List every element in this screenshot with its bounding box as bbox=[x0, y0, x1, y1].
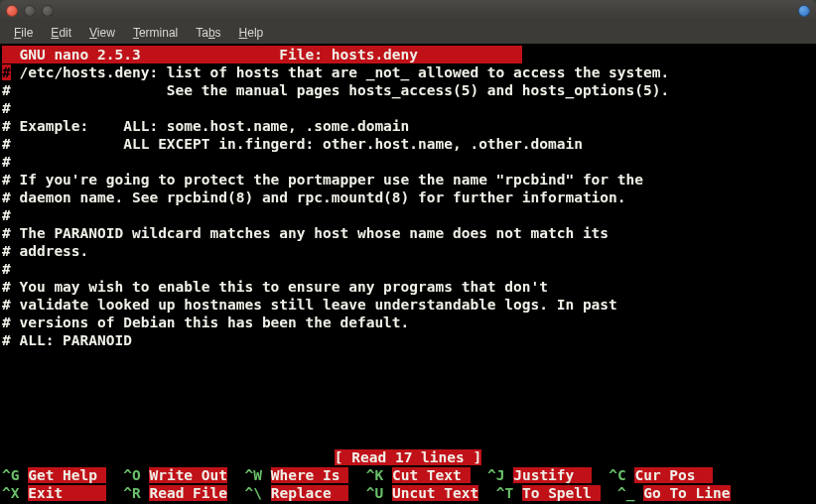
nano-version: GNU nano 2.5.3 bbox=[2, 46, 244, 63]
nano-shortcut-row-1: ^G Get Help ^O Write Out ^W Where Is ^K … bbox=[2, 466, 814, 484]
maximize-window-button[interactable] bbox=[42, 5, 54, 17]
menu-help[interactable]: Help bbox=[231, 24, 272, 42]
terminal-window: File Edit View Terminal Tabs Help GNU na… bbox=[0, 0, 816, 504]
window-info-button[interactable] bbox=[798, 5, 810, 17]
menu-edit[interactable]: Edit bbox=[43, 24, 79, 42]
menu-terminal[interactable]: Terminal bbox=[125, 24, 186, 42]
nano-file-label: File: hosts.deny bbox=[244, 46, 521, 63]
menubar: File Edit View Terminal Tabs Help bbox=[0, 22, 816, 44]
window-control-buttons bbox=[6, 5, 54, 17]
minimize-window-button[interactable] bbox=[24, 5, 36, 17]
nano-header-bar: GNU nano 2.5.3 File: hosts.deny bbox=[2, 46, 814, 63]
nano-shortcut-row-2: ^X Exit ^R Read File ^\ Replace ^U Uncut… bbox=[2, 484, 814, 502]
menu-file[interactable]: File bbox=[6, 24, 41, 42]
window-titlebar bbox=[0, 0, 816, 22]
menu-tabs[interactable]: Tabs bbox=[188, 24, 228, 42]
terminal-area[interactable]: GNU nano 2.5.3 File: hosts.deny # /etc/h… bbox=[0, 44, 816, 504]
close-window-button[interactable] bbox=[6, 5, 18, 17]
menu-view[interactable]: View bbox=[81, 24, 123, 42]
nano-status-line: [ Read 17 lines ] bbox=[2, 448, 814, 466]
nano-file-content: # /etc/hosts.deny: list of hosts that ar… bbox=[2, 63, 814, 349]
